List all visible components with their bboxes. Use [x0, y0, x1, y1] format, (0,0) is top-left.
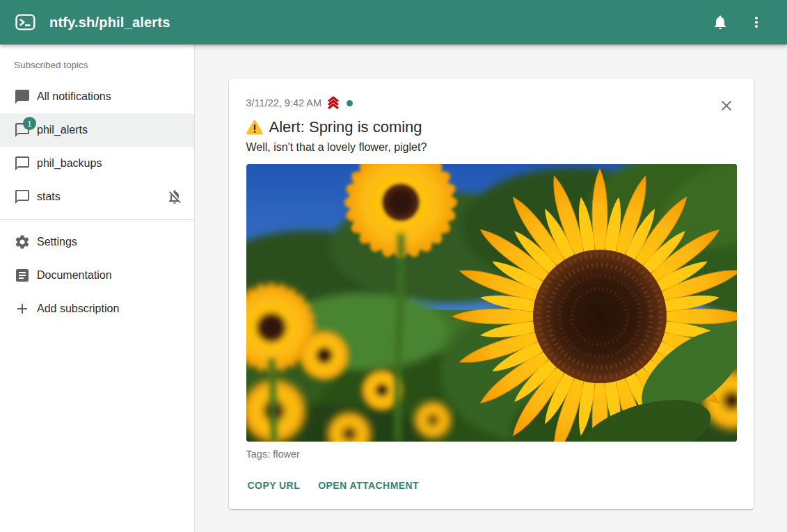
sidebar-divider — [0, 219, 194, 220]
open-attachment-button[interactable]: OPEN ATTACHMENT — [317, 474, 426, 497]
sidebar-item-phil-alerts[interactable]: 1 phil_alerts — [0, 113, 194, 147]
ntfy-terminal-logo-icon — [15, 13, 35, 31]
sidebar-item-settings[interactable]: Settings — [0, 225, 194, 259]
notifications-bell-button[interactable] — [706, 8, 734, 36]
subscribed-topics-header: Subscribed topics — [0, 51, 194, 80]
sidebar-item-all-notifications[interactable]: All notifications — [0, 80, 194, 113]
article-icon — [14, 267, 31, 284]
close-notification-button[interactable] — [716, 95, 737, 116]
more-vert-menu-button[interactable] — [742, 8, 770, 36]
chat-bubble-outline-icon: 1 — [14, 122, 31, 138]
sidebar-item-documentation[interactable]: Documentation — [0, 259, 194, 292]
notification-actions: COPY URL OPEN ATTACHMENT — [246, 474, 737, 497]
sidebar-item-label: Documentation — [37, 269, 183, 282]
notification-timestamp: 3/11/22, 9:42 AM — [246, 97, 322, 108]
gear-icon — [14, 234, 31, 250]
notification-card: 3/11/22, 9:42 AM — [229, 79, 754, 509]
chat-bubble-outline-icon — [14, 155, 31, 172]
max-priority-icon — [326, 95, 341, 111]
tags-label: Tags: flower — [246, 449, 737, 460]
copy-url-button[interactable]: COPY URL — [246, 474, 308, 497]
notification-title: Alert: Spring is coming — [246, 118, 737, 136]
app-bar: ntfy.sh/phil_alerts — [0, 0, 787, 45]
warning-emoji-icon — [246, 120, 263, 135]
sidebar-item-add-subscription[interactable]: Add subscription — [0, 292, 194, 325]
notification-title-text: Alert: Spring is coming — [269, 118, 422, 136]
unread-count-badge: 1 — [23, 117, 36, 130]
plus-icon — [14, 300, 31, 317]
sidebar-item-phil-backups[interactable]: phil_backups — [0, 147, 194, 180]
notification-body: Well, isn't that a lovely flower, piglet… — [246, 141, 737, 154]
sidebar-item-label: All notifications — [37, 90, 183, 103]
sidebar-item-label: stats — [37, 191, 166, 203]
unread-dot — [347, 100, 353, 106]
sidebar-item-label: Add subscription — [37, 303, 183, 315]
sidebar-item-label: phil_alerts — [37, 124, 183, 136]
sidebar-item-stats[interactable]: stats — [0, 180, 194, 213]
notification-meta-row: 3/11/22, 9:42 AM — [246, 95, 737, 111]
sidebar: Subscribed topics All notifications 1 ph… — [0, 45, 195, 532]
attachment-image-sunflowers[interactable] — [246, 164, 737, 442]
page-title: ntfy.sh/phil_alerts — [49, 15, 170, 31]
sidebar-item-label: Settings — [37, 236, 183, 248]
sidebar-item-label: phil_backups — [37, 157, 183, 170]
chat-bubble-filled-icon — [14, 88, 31, 105]
main-content: 3/11/22, 9:42 AM — [195, 45, 787, 532]
notifications-muted-icon — [166, 188, 183, 205]
chat-bubble-outline-icon — [14, 188, 31, 205]
